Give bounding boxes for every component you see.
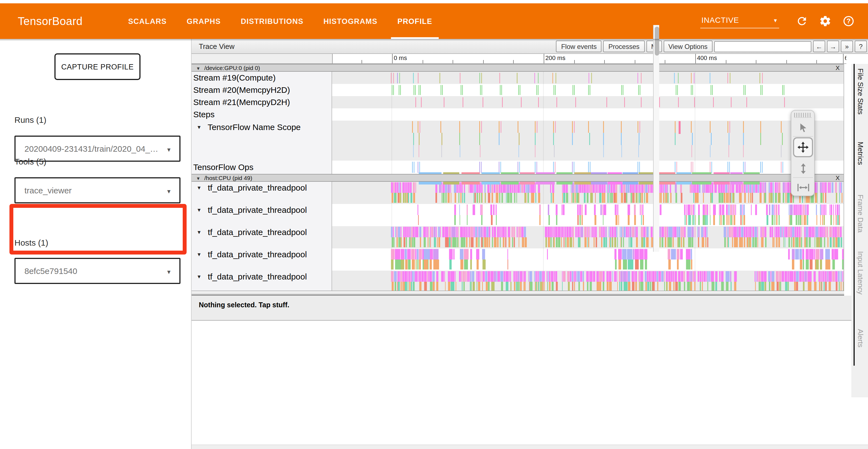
- cursor-arrow-icon: [798, 122, 808, 132]
- side-tab-input-latency[interactable]: Input Latency: [856, 251, 865, 295]
- ruler-label: 0 ms: [394, 55, 407, 61]
- runs-value: 20200409-231431/train/2020_04_…: [25, 144, 158, 153]
- trace-view-title: Trace View: [199, 42, 235, 51]
- toolbar-search-input[interactable]: [714, 41, 811, 52]
- tensorboard-profile-page: TensorBoard SCALARSGRAPHSDISTRIBUTIONSHI…: [0, 0, 868, 449]
- tab-rail-divider: [854, 64, 855, 366]
- toolbar-help-button[interactable]: ?: [855, 40, 867, 52]
- tracks-viewport[interactable]: Stream #19(Compute)Stream #20(MemcpyH2D)…: [192, 64, 844, 291]
- thread-track-label: ▼ tf_data_private_threadpool: [196, 272, 307, 281]
- tracks-right-border: [843, 64, 844, 291]
- chevron-down-icon: ▼: [166, 269, 172, 275]
- ruler-minor-tick: [574, 60, 575, 63]
- nav-tab-histograms[interactable]: HISTOGRAMS: [313, 3, 388, 39]
- nav-tab-distributions[interactable]: DISTRIBUTIONS: [231, 3, 313, 39]
- toolbar-more-button[interactable]: »: [841, 40, 853, 52]
- toolbar-button-flow-events[interactable]: Flow events: [556, 40, 602, 52]
- trace-tool-panel: [791, 110, 815, 196]
- thread-track-label: ▼ tf_data_private_threadpool: [196, 227, 307, 237]
- gpu-section-close-button[interactable]: X: [836, 64, 840, 71]
- ruler-minor-tick: [453, 60, 453, 63]
- chevron-down-icon: ▼: [773, 18, 778, 23]
- toolbar-button-processes[interactable]: Processes: [603, 40, 645, 52]
- collapse-triangle-icon[interactable]: ▼: [196, 124, 202, 130]
- thread-track-label: ▼ tf_data_private_threadpool: [196, 183, 307, 192]
- ruler-major-tick: [544, 54, 544, 64]
- ruler-minor-tick: [483, 60, 484, 63]
- timing-tool-button[interactable]: [793, 178, 813, 197]
- ruler-major-tick: [695, 54, 696, 64]
- ruler-minor-tick: [635, 60, 635, 63]
- ruler-major-tick: [843, 54, 843, 64]
- help-icon[interactable]: ?: [842, 14, 855, 28]
- hosts-label: Hosts (1): [14, 238, 48, 247]
- track-label: Stream #21(MemcpyD2H): [193, 96, 290, 108]
- nav-tab-profile[interactable]: PROFILE: [388, 3, 442, 39]
- capture-profile-button[interactable]: CAPTURE PROFILE: [55, 53, 141, 80]
- hosts-value: 8efc5e791540: [25, 266, 77, 276]
- nav-tabs: SCALARSGRAPHSDISTRIBUTIONSHISTOGRAMSPROF…: [118, 3, 442, 39]
- side-tab-frame-data[interactable]: Frame Data: [856, 194, 865, 233]
- track-label: ▼ TensorFlow Name Scope: [196, 122, 301, 132]
- hosts-dropdown[interactable]: 8efc5e791540 ▼: [14, 258, 181, 284]
- gpu-section-title: ▼ /device:GPU:0 (pid 0): [196, 64, 260, 71]
- status-value: INACTIVE: [702, 15, 739, 24]
- vertical-scrollbar[interactable]: [653, 25, 659, 252]
- thread-track-label: ▼ tf_data_private_threadpool: [196, 205, 307, 214]
- nav-tab-graphs[interactable]: GRAPHS: [177, 3, 231, 39]
- collapse-triangle-icon[interactable]: ▼: [196, 274, 202, 279]
- reload-icon[interactable]: [795, 14, 809, 28]
- ruler-minor-tick: [725, 60, 726, 63]
- tools-dropdown[interactable]: trace_viewer ▼: [14, 177, 181, 203]
- collapse-triangle-icon[interactable]: ▼: [196, 66, 200, 71]
- side-tab-alerts[interactable]: Alerts: [856, 329, 865, 347]
- trace-viewer: Trace View Flow eventsProcessesMView Opt…: [192, 39, 868, 449]
- svg-text:?: ?: [847, 17, 851, 25]
- ruler-left-spacer: [192, 54, 332, 64]
- chevron-down-icon: ▼: [166, 188, 172, 194]
- toolbar-next-button[interactable]: →: [827, 40, 839, 52]
- collapse-triangle-icon[interactable]: ▼: [196, 230, 202, 235]
- collapse-triangle-icon[interactable]: ▼: [196, 207, 202, 213]
- detail-panel: Nothing selected. Tap stuff.: [192, 296, 868, 321]
- settings-gear-icon[interactable]: [818, 14, 832, 28]
- ruler-minor-tick: [362, 60, 362, 63]
- ruler-label: 600: [845, 55, 846, 61]
- collapse-triangle-icon[interactable]: ▼: [196, 252, 202, 257]
- move-icon: [798, 142, 809, 153]
- cpu-section-close-button[interactable]: X: [836, 175, 840, 181]
- side-tab-file-size-stats[interactable]: File Size Stats: [856, 68, 865, 115]
- chevron-down-icon: ▼: [166, 147, 172, 153]
- toolbar-button-view-options[interactable]: View Options: [663, 40, 713, 52]
- ruler-label: 200 ms: [545, 55, 565, 61]
- select-tool-button[interactable]: [793, 118, 813, 137]
- detail-panel-body: [192, 321, 868, 445]
- navbar-right: INACTIVE ▼ ?: [700, 14, 860, 28]
- status-dropdown[interactable]: INACTIVE ▼: [700, 14, 779, 28]
- track-label: Stream #20(MemcpyH2D): [193, 84, 290, 96]
- collapse-triangle-icon[interactable]: ▼: [196, 176, 200, 181]
- collapse-triangle-icon[interactable]: ▼: [196, 185, 202, 190]
- side-tab-rail: File Size StatsMetricsFrame DataInput La…: [851, 64, 868, 397]
- cpu-section-header[interactable]: ▼ /host:CPU (pid 49)X: [192, 174, 844, 182]
- toolbar-prev-button[interactable]: ←: [813, 40, 825, 52]
- vertical-scrollbar-thumb[interactable]: [654, 27, 659, 56]
- tool-panel-grip[interactable]: [794, 113, 812, 118]
- ruler-minor-tick: [786, 60, 787, 63]
- tools-value: trace_viewer: [25, 186, 72, 195]
- pan-tool-button[interactable]: [793, 137, 813, 157]
- gpu-section-header[interactable]: ▼ /device:GPU:0 (pid 0)X: [192, 64, 844, 72]
- vertical-zoom-tool-button[interactable]: [793, 159, 813, 178]
- horizontal-scrollbar[interactable]: [192, 291, 844, 296]
- app-title: TensorBoard: [18, 15, 83, 28]
- trace-view-header: Trace View Flow eventsProcessesMView Opt…: [192, 39, 868, 54]
- ruler-label: 400 ms: [697, 55, 717, 61]
- ruler-major-tick: [392, 54, 393, 64]
- side-tab-metrics[interactable]: Metrics: [856, 142, 865, 165]
- detail-panel-message: Nothing selected. Tap stuff.: [199, 301, 289, 309]
- left-sidebar: CAPTURE PROFILE Runs (1) 20200409-231431…: [0, 39, 192, 449]
- ruler-minor-tick: [665, 60, 665, 63]
- timeline-ruler: 0 ms200 ms400 ms600: [332, 54, 846, 64]
- thread-track-label: ▼ tf_data_private_threadpool: [196, 249, 307, 259]
- nav-tab-scalars[interactable]: SCALARS: [118, 3, 177, 39]
